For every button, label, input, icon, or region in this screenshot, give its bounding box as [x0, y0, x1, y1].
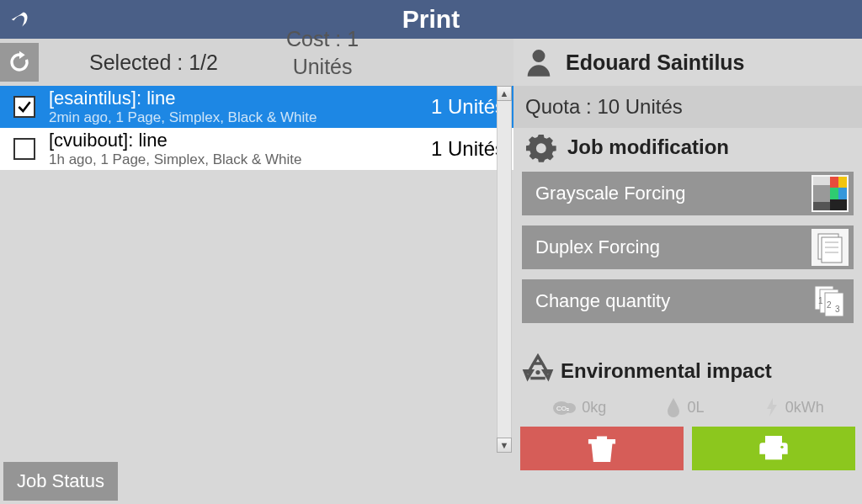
user-icon: [520, 45, 557, 79]
user-name: Edouard Saintilus: [566, 50, 745, 75]
env-title: Environmental impact: [561, 359, 772, 383]
job-title: [cvuibout]: line: [49, 130, 431, 151]
job-status-button[interactable]: Job Status: [3, 462, 118, 501]
printer-icon: [755, 432, 792, 465]
job-mod-header: Job modification: [513, 128, 862, 167]
co2-value: 0kg: [582, 399, 606, 416]
selected-count: Selected : 1/2: [89, 50, 218, 75]
svg-text:2: 2: [827, 300, 832, 310]
scroll-track[interactable]: [497, 101, 512, 438]
job-row[interactable]: [cvuibout]: line 1h ago, 1 Page, Simplex…: [0, 128, 513, 170]
back-button[interactable]: [0, 0, 42, 39]
svg-text:1: 1: [818, 296, 823, 305]
job-checkbox[interactable]: [13, 138, 35, 160]
delete-button[interactable]: [520, 427, 684, 470]
water-icon: [665, 396, 682, 418]
duplex-forcing-button[interactable]: Duplex Forcing: [522, 225, 854, 269]
svg-rect-7: [830, 199, 847, 210]
duplex-icon: [811, 229, 849, 266]
svg-point-19: [535, 370, 540, 374]
job-list: [esaintilus]: line 2min ago, 1 Page, Sim…: [0, 86, 513, 170]
svg-text:CO₂: CO₂: [556, 405, 569, 412]
side-panel: Edouard Saintilus Quota : 10 Unités Job …: [513, 39, 862, 504]
quota-row: Quota : 10 Unités: [513, 86, 862, 128]
user-row: Edouard Saintilus: [513, 39, 862, 86]
job-list-panel: Selected : 1/2 Cost : 1 Unités [esaintil…: [0, 39, 513, 504]
refresh-button[interactable]: [0, 43, 39, 82]
job-subtitle: 1h ago, 1 Page, Simplex, Black & White: [49, 151, 431, 168]
svg-rect-5: [830, 188, 838, 199]
back-arrow-icon: [7, 5, 35, 34]
gear-icon: [520, 130, 562, 165]
job-subtitle: 2min ago, 1 Page, Simplex, Black & White: [49, 109, 431, 126]
svg-rect-3: [830, 177, 838, 188]
env-header: Environmental impact: [513, 352, 862, 390]
list-header: Selected : 1/2 Cost : 1 Unités: [0, 39, 513, 86]
energy-icon: [764, 396, 780, 418]
job-row[interactable]: [esaintilus]: line 2min ago, 1 Page, Sim…: [0, 86, 513, 128]
recycle-icon: [520, 352, 556, 390]
env-stats: CO₂ 0kg 0L 0kWh: [513, 390, 862, 424]
svg-text:3: 3: [835, 305, 840, 314]
page-title: Print: [402, 5, 460, 34]
job-title: [esaintilus]: line: [49, 88, 431, 109]
change-quantity-button[interactable]: Change quantity 1 2 3: [522, 279, 854, 323]
svg-rect-4: [838, 177, 847, 188]
action-row: [513, 424, 862, 475]
job-mod-title: Job modification: [567, 135, 729, 159]
quantity-icon: 1 2 3: [811, 283, 849, 320]
energy-value: 0kWh: [785, 399, 824, 416]
print-button[interactable]: [692, 427, 855, 470]
svg-point-23: [780, 446, 783, 448]
scroll-up-button[interactable]: ▲: [497, 86, 512, 101]
refresh-icon: [6, 49, 33, 76]
grayscale-icon: [811, 175, 849, 212]
scroll-down-button[interactable]: ▼: [497, 438, 512, 453]
title-bar: Print: [0, 0, 862, 39]
cost-line-2: Unités: [286, 53, 359, 81]
cost-line-1: Cost : 1: [286, 25, 359, 53]
water-value: 0L: [687, 399, 704, 416]
svg-rect-2: [813, 202, 830, 210]
grayscale-forcing-button[interactable]: Grayscale Forcing: [522, 172, 854, 215]
svg-rect-1: [813, 177, 830, 185]
trash-icon: [585, 432, 619, 465]
svg-rect-9: [822, 237, 842, 263]
svg-rect-6: [838, 188, 847, 199]
cost-summary: Cost : 1 Unités: [286, 25, 359, 80]
co2-icon: CO₂: [551, 398, 577, 416]
job-checkbox[interactable]: [13, 96, 35, 118]
